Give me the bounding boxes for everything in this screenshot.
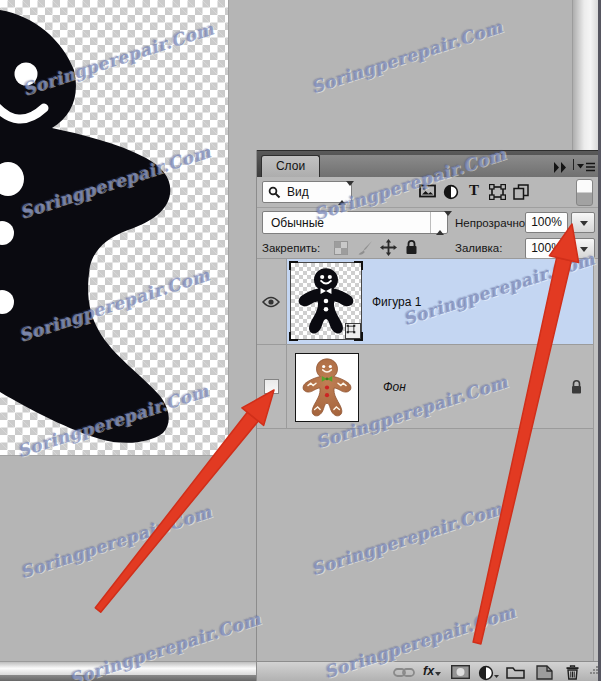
panel-footer: fx bbox=[257, 661, 601, 681]
chevron-down-icon bbox=[580, 247, 588, 252]
layers-list: Фигура 1 Фон bbox=[257, 258, 601, 661]
watermark: Soringperepair.Com bbox=[18, 502, 214, 583]
panel-menu-icon[interactable] bbox=[577, 159, 595, 170]
photoshop-workspace: Слои Вид T bbox=[0, 0, 601, 681]
tab-layers[interactable]: Слои bbox=[261, 155, 320, 178]
layer-filter-row: Вид T bbox=[257, 177, 601, 208]
new-group-folder-icon[interactable] bbox=[506, 665, 525, 681]
visibility-cell[interactable] bbox=[257, 345, 287, 428]
lock-transparency-icon[interactable] bbox=[334, 241, 348, 259]
selection-corner-icon bbox=[289, 332, 298, 341]
layer-style-fx-button[interactable]: fx bbox=[423, 664, 441, 678]
layer-thumbnail-shape[interactable] bbox=[290, 262, 362, 340]
layer-thumbnail-background[interactable] bbox=[295, 353, 359, 422]
blend-mode-value: Обычные bbox=[271, 216, 324, 230]
document-window-bottom-edge bbox=[0, 675, 257, 681]
opacity-dropdown-button[interactable] bbox=[571, 212, 595, 233]
filter-adjustment-layers-icon[interactable] bbox=[443, 184, 459, 204]
lock-position-icon[interactable] bbox=[380, 239, 397, 260]
layers-panel: Слои Вид T bbox=[257, 150, 601, 681]
filter-type-layers-icon[interactable]: T bbox=[467, 182, 481, 202]
shape-layer-badge-icon bbox=[345, 323, 361, 339]
visibility-cell[interactable] bbox=[257, 259, 287, 344]
fill-label: Заливка: bbox=[455, 242, 502, 254]
add-adjustment-layer-icon[interactable] bbox=[478, 665, 500, 681]
svg-text:T: T bbox=[469, 182, 479, 198]
layer-row-fon[interactable]: Фон bbox=[257, 345, 601, 429]
chevron-down-icon bbox=[580, 221, 588, 226]
tab-bar-separator bbox=[573, 159, 574, 170]
eye-icon bbox=[262, 296, 280, 308]
collapse-panel-icon[interactable] bbox=[554, 159, 567, 170]
chevron-down-icon bbox=[435, 672, 441, 676]
selection-corner-icon bbox=[354, 261, 363, 270]
delete-layer-trash-icon[interactable] bbox=[565, 665, 580, 681]
filter-shape-layers-icon[interactable] bbox=[489, 184, 506, 204]
fill-dropdown-button[interactable] bbox=[571, 238, 595, 259]
add-layer-mask-icon[interactable] bbox=[451, 665, 470, 681]
filter-kind-label: Вид bbox=[287, 185, 309, 199]
filter-pixel-layers-icon[interactable] bbox=[419, 184, 436, 202]
gingerbread-silhouette bbox=[0, 0, 228, 455]
new-layer-icon[interactable] bbox=[536, 665, 553, 681]
blend-opacity-row: Обычные Непрозрачность: 100% bbox=[257, 208, 601, 238]
document-horizontal-scrollbar[interactable] bbox=[0, 661, 257, 676]
stepper-arrows-icon bbox=[338, 186, 346, 200]
lock-row: Закрепить: Заливка: 100% bbox=[257, 238, 601, 258]
layer-locked-icon bbox=[570, 379, 583, 399]
document-vertical-scrollbar[interactable] bbox=[572, 0, 598, 151]
layer-name[interactable]: Фигура 1 bbox=[372, 295, 421, 309]
lock-label: Закрепить: bbox=[262, 242, 320, 254]
visibility-checkbox-empty[interactable] bbox=[264, 379, 279, 394]
search-icon bbox=[268, 186, 281, 199]
watermark: Soringperepair.Com bbox=[309, 17, 505, 98]
filter-kind-select[interactable]: Вид bbox=[262, 181, 352, 203]
opacity-value[interactable]: 100% bbox=[525, 212, 568, 233]
selection-corner-icon bbox=[289, 261, 298, 270]
fill-value[interactable]: 100% bbox=[525, 238, 568, 259]
blend-mode-select[interactable]: Обычные bbox=[262, 211, 448, 234]
filtering-on-off-toggle[interactable] bbox=[576, 179, 593, 206]
filter-smart-objects-icon[interactable] bbox=[513, 184, 529, 204]
layer-row-figura1[interactable]: Фигура 1 bbox=[257, 259, 601, 345]
panel-tab-bar: Слои bbox=[257, 150, 601, 177]
link-layers-icon[interactable] bbox=[393, 665, 415, 681]
lock-all-icon[interactable] bbox=[405, 239, 418, 259]
lock-pixels-brush-icon[interactable] bbox=[357, 240, 374, 260]
document-canvas[interactable] bbox=[0, 0, 229, 456]
fx-label: fx bbox=[423, 664, 434, 678]
stepper-arrows-icon bbox=[436, 216, 444, 230]
layer-name[interactable]: Фон bbox=[383, 380, 406, 394]
